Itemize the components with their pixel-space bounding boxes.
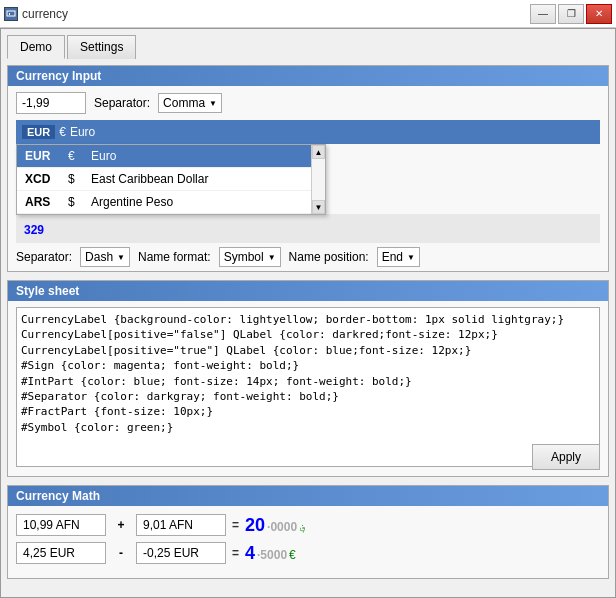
options-name-format-label: Name format: [138,250,211,264]
dl-symbol-xcd: $ [68,172,83,186]
math-row1-equals: = [232,518,239,532]
currency-dropdown-list[interactable]: EUR € Euro XCD $ East Caribbean Dollar A… [16,144,326,215]
currency-math-body: + = 20 ·0000 ؋ - = 4 ·5000 € [8,506,608,578]
options-name-format-dropdown[interactable]: Symbol ▼ [219,247,281,267]
dropdown-item-xcd[interactable]: XCD $ East Caribbean Dollar [17,168,325,191]
maximize-button[interactable]: ❐ [558,4,584,24]
options-name-position-dropdown[interactable]: End ▼ [377,247,420,267]
currency-input-section: Currency Input Separator: Comma ▼ EUR € … [7,65,609,272]
top-input-row: Separator: Comma ▼ [16,92,600,114]
dl-name-ars: Argentine Peso [91,195,317,209]
main-window: Demo Settings Currency Input Separator: … [0,28,616,598]
math-row2-int: 4 [245,543,255,564]
scroll-track [312,159,325,200]
dl-code-ars: ARS [25,195,60,209]
separator-label: Separator: [94,96,150,110]
options-row: Separator: Dash ▼ Name format: Symbol ▼ … [16,247,600,267]
math-row1-input1[interactable] [16,514,106,536]
dl-symbol-ars: $ [68,195,83,209]
dl-name-eur: Euro [91,149,317,163]
math-row1-sym: ؋ [299,520,306,534]
currency-input-header: Currency Input [8,66,608,86]
currency-value-input[interactable] [16,92,86,114]
style-sheet-section: Style sheet CurrencyLabel {background-co… [7,280,609,477]
math-row2-equals: = [232,546,239,560]
currency-name-display: Euro [70,125,95,139]
dl-name-xcd: East Caribbean Dollar [91,172,317,186]
dropdown-item-eur[interactable]: EUR € Euro [17,145,325,168]
options-separator-label: Separator: [16,250,72,264]
math-row2-input1[interactable] [16,542,106,564]
currency-input-body: Separator: Comma ▼ EUR € Euro EUR € [8,86,608,271]
dropdown-item-ars[interactable]: ARS $ Argentine Peso [17,191,325,214]
svg-rect-2 [9,13,10,15]
tab-bar: Demo Settings [7,35,609,59]
style-sheet-area: CurrencyLabel {background-color: lightye… [16,307,600,470]
math-row1-int: 20 [245,515,265,536]
dropdown-scrollbar[interactable]: ▲ ▼ [311,145,325,214]
math-row1-sep: ·0000 [267,520,297,534]
math-row1-input2[interactable] [136,514,226,536]
math-row-1: + = 20 ·0000 ؋ [16,514,600,536]
math-row2-sep: ·5000 [257,548,287,562]
tab-demo[interactable]: Demo [7,35,65,59]
currency-display-area: EUR € Euro EUR € Euro XCD $ East Caribbe… [16,120,600,144]
style-sheet-header: Style sheet [8,281,608,301]
preview-row: 329 [16,214,600,243]
currency-symbol-display: € [59,125,66,139]
style-sheet-body: CurrencyLabel {background-color: lightye… [8,301,608,476]
dl-code-xcd: XCD [25,172,60,186]
math-row2-sym: € [289,548,296,562]
tab-settings[interactable]: Settings [67,35,136,59]
math-row1-result: 20 ·0000 ؋ [245,515,306,536]
app-icon [4,7,18,21]
options-name-position-arrow: ▼ [407,253,415,262]
math-row2-op: - [112,546,130,560]
close-button[interactable]: ✕ [586,4,612,24]
minimize-button[interactable]: — [530,4,556,24]
math-row2-result: 4 ·5000 € [245,543,296,564]
dl-code-eur: EUR [25,149,60,163]
scroll-up-button[interactable]: ▲ [312,145,325,159]
apply-button[interactable]: Apply [532,444,600,470]
math-row1-op: + [112,518,130,532]
currency-badge: EUR [22,125,55,139]
math-row2-input2[interactable] [136,542,226,564]
options-separator-arrow: ▼ [117,253,125,262]
currency-selected-row[interactable]: EUR € Euro [16,120,600,144]
window-controls: — ❐ ✕ [530,4,612,24]
currency-math-header: Currency Math [8,486,608,506]
scroll-down-button[interactable]: ▼ [312,200,325,214]
style-textarea[interactable]: CurrencyLabel {background-color: lightye… [16,307,600,467]
options-name-format-arrow: ▼ [268,253,276,262]
currency-math-section: Currency Math + = 20 ·0000 ؋ - = [7,485,609,579]
separator-dropdown[interactable]: Comma ▼ [158,93,222,113]
preview-value: 329 [24,223,44,237]
title-bar-left: currency [4,7,68,21]
window-title: currency [22,7,68,21]
options-name-position-label: Name position: [289,250,369,264]
title-bar: currency — ❐ ✕ [0,0,616,28]
options-separator-dropdown[interactable]: Dash ▼ [80,247,130,267]
math-row-2: - = 4 ·5000 € [16,542,600,564]
dl-symbol-eur: € [68,149,83,163]
separator-dropdown-arrow: ▼ [209,99,217,108]
